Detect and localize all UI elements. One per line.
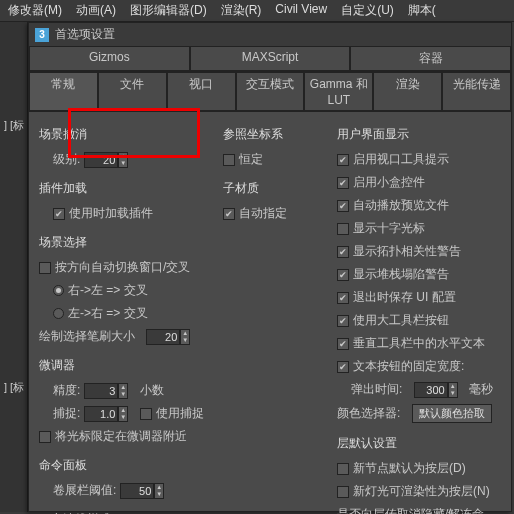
- precision-spinner[interactable]: ▲▼: [84, 383, 128, 399]
- flyout-unit: 毫秒: [469, 381, 493, 398]
- color-selector-button[interactable]: 默认颜色拾取: [412, 404, 492, 423]
- menu-item[interactable]: 图形编辑器(D): [130, 2, 207, 19]
- menu-item[interactable]: Civil View: [275, 2, 327, 19]
- c6-label: 显示堆栈塌陷警告: [353, 266, 449, 283]
- viewport-label: ] [标: [4, 380, 24, 395]
- group-ui-display: 用户界面显示: [337, 126, 501, 143]
- color-selector-label: 颜色选择器:: [337, 405, 400, 422]
- menu-item[interactable]: 脚本(: [408, 2, 436, 19]
- group-submtl: 子材质: [223, 180, 323, 197]
- tab-general[interactable]: 常规: [29, 72, 98, 111]
- c7-check[interactable]: [337, 292, 349, 304]
- use-snap-check[interactable]: [140, 408, 152, 420]
- c1-label: 启用视口工具提示: [353, 151, 449, 168]
- c9-check[interactable]: [337, 338, 349, 350]
- rtl-radio[interactable]: [53, 285, 64, 296]
- preferences-dialog: 3 首选项设置 Gizmos MAXScript 容器 常规 文件 视口 交互模…: [28, 22, 512, 512]
- plugin-load-check[interactable]: [53, 208, 65, 220]
- new-node-layer-check[interactable]: [337, 463, 349, 475]
- c5-label: 显示拓扑相关性警告: [353, 243, 461, 260]
- snap-label: 捕捉:: [53, 405, 80, 422]
- tab-maxscript[interactable]: MAXScript: [190, 46, 351, 71]
- c2-label: 启用小盒控件: [353, 174, 425, 191]
- tab-files[interactable]: 文件: [98, 72, 167, 111]
- main-menubar: 修改器(M) 动画(A) 图形编辑器(D) 渲染(R) Civil View 自…: [0, 0, 514, 22]
- undo-level-spinner[interactable]: ▲▼: [84, 152, 128, 168]
- paint-brush-spinner[interactable]: ▲▼: [146, 329, 190, 345]
- app-icon: 3: [35, 28, 49, 42]
- c10-check[interactable]: [337, 361, 349, 373]
- rollout-thresh-spinner[interactable]: ▲▼: [120, 483, 164, 499]
- auto-window-cross-check[interactable]: [39, 262, 51, 274]
- group-ref-coord: 参照坐标系: [223, 126, 323, 143]
- paint-brush-label: 绘制选择笔刷大小: [39, 328, 135, 345]
- c8-check[interactable]: [337, 315, 349, 327]
- tab-radiosity[interactable]: 光能传递: [442, 72, 511, 111]
- menu-item[interactable]: 修改器(M): [8, 2, 62, 19]
- group-layer-defaults: 层默认设置: [337, 435, 501, 452]
- c10-label: 文本按钮的固定宽度:: [353, 358, 464, 375]
- tab-interaction[interactable]: 交互模式: [236, 72, 305, 111]
- tab-viewport[interactable]: 视口: [167, 72, 236, 111]
- titlebar[interactable]: 3 首选项设置: [29, 23, 511, 46]
- wrap-cursor-label: 将光标限定在微调器附近: [55, 428, 187, 445]
- ltr-label: 左->右 => 交叉: [68, 305, 148, 322]
- rollout-thresh-label: 卷展栏阈值:: [53, 482, 116, 499]
- viewport-label: ] [标: [4, 118, 24, 133]
- flyout-label: 弹出时间:: [351, 381, 402, 398]
- constant-label: 恒定: [239, 151, 263, 168]
- menu-item[interactable]: 自定义(U): [341, 2, 394, 19]
- tabs-row-1: Gizmos MAXScript 容器: [29, 46, 511, 72]
- auto-assign-check[interactable]: [223, 208, 235, 220]
- window-title: 首选项设置: [55, 26, 115, 43]
- c9-label: 垂直工具栏中的水平文本: [353, 335, 485, 352]
- new-light-layer-label: 新灯光可渲染性为按层(N): [353, 483, 490, 500]
- menu-item[interactable]: 动画(A): [76, 2, 116, 19]
- plugin-load-label: 使用时加载插件: [69, 205, 153, 222]
- use-snap-label: 使用捕捉: [156, 405, 204, 422]
- c4-label: 显示十字光标: [353, 220, 425, 237]
- precision-unit: 小数: [140, 382, 164, 399]
- new-light-layer-check[interactable]: [337, 486, 349, 498]
- group-plugin-load: 插件加载: [39, 180, 209, 197]
- propagate-label: 是否向层传取消隐藏/解冻命: [337, 506, 484, 514]
- tab-render[interactable]: 渲染: [373, 72, 442, 111]
- snap-spinner[interactable]: ▲▼: [84, 406, 128, 422]
- c7-label: 退出时保存 UI 配置: [353, 289, 456, 306]
- c3-label: 自动播放预览文件: [353, 197, 449, 214]
- tab-gizmos[interactable]: Gizmos: [29, 46, 190, 71]
- menu-item[interactable]: 渲染(R): [221, 2, 262, 19]
- tab-container[interactable]: 容器: [350, 46, 511, 71]
- wrap-cursor-check[interactable]: [39, 431, 51, 443]
- c4-check[interactable]: [337, 223, 349, 235]
- c3-check[interactable]: [337, 200, 349, 212]
- constant-check[interactable]: [223, 154, 235, 166]
- auto-window-cross-label: 按方向自动切换窗口/交叉: [55, 259, 190, 276]
- tab-gamma[interactable]: Gamma 和 LUT: [304, 72, 373, 111]
- c5-check[interactable]: [337, 246, 349, 258]
- group-command-panel: 命令面板: [39, 457, 209, 474]
- group-spinners: 微调器: [39, 357, 209, 374]
- group-scene-select: 场景选择: [39, 234, 209, 251]
- ltr-radio[interactable]: [53, 308, 64, 319]
- new-node-layer-label: 新节点默认为按层(D): [353, 460, 466, 477]
- auto-assign-label: 自动指定: [239, 205, 287, 222]
- group-scene-undo: 场景撤消: [39, 126, 209, 143]
- c1-check[interactable]: [337, 154, 349, 166]
- c2-check[interactable]: [337, 177, 349, 189]
- tabs-row-2: 常规 文件 视口 交互模式 Gamma 和 LUT 渲染 光能传递: [29, 72, 511, 112]
- c6-check[interactable]: [337, 269, 349, 281]
- viewport-edge: ] [标 ] [标: [0, 22, 28, 512]
- c8-label: 使用大工具栏按钮: [353, 312, 449, 329]
- undo-level-label: 级别:: [53, 151, 80, 168]
- flyout-spinner[interactable]: ▲▼: [414, 382, 458, 398]
- precision-label: 精度:: [53, 382, 80, 399]
- rtl-label: 右->左 => 交叉: [68, 282, 148, 299]
